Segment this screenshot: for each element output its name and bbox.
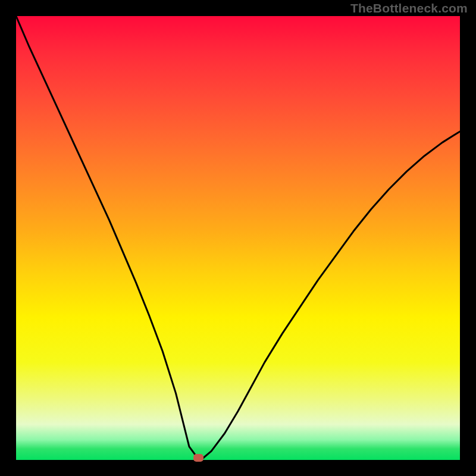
- optimal-point-marker: [193, 454, 203, 462]
- chart-frame: TheBottleneck.com: [0, 0, 476, 476]
- bottleneck-curve: [16, 16, 460, 460]
- attribution-label: TheBottleneck.com: [350, 1, 468, 15]
- plot-area: [16, 16, 460, 460]
